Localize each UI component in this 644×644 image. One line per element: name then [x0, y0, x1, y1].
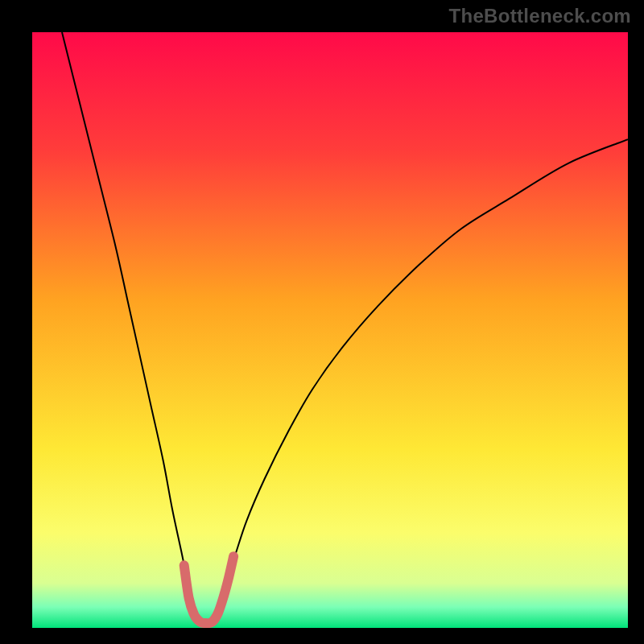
plot-area	[32, 32, 628, 628]
chart-svg	[32, 32, 628, 628]
chart-container: TheBottleneck.com	[0, 0, 644, 644]
gradient-background	[32, 32, 628, 628]
watermark-text: TheBottleneck.com	[449, 5, 631, 27]
